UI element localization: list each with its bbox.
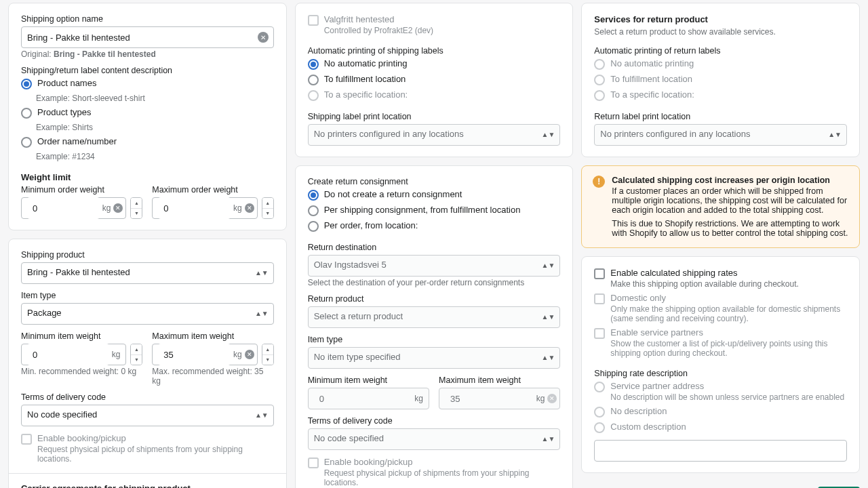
step-up-icon[interactable]: ▲ [131,198,142,209]
checkbox-icon [594,293,605,304]
return-opt-none[interactable]: Do not create a return consignment [308,189,561,201]
max-order-weight-label: Maximum order weight [152,185,273,195]
services-return-card: Services for return product Select a ret… [581,3,860,157]
shipping-option-name-label: Shipping option name [21,14,274,24]
return-enable-booking-checkbox: Enable booking/pickup Request physical p… [308,457,561,487]
return-print-location-select[interactable]: No printers configured in any locations [594,124,847,146]
radio-icon[interactable] [308,190,319,201]
radio-icon [594,382,605,392]
shipping-product-select[interactable]: Bring - Pakke til hentested [21,262,274,284]
radio-icon [594,407,605,418]
return-dest-label: Return destination [308,243,561,252]
rate-desc-opt-partner: Service partner address No description w… [594,381,847,402]
shipping-option-name-input[interactable] [21,26,274,48]
return-item-type-select[interactable]: No item type specified [308,347,561,369]
min-item-weight-label: Minimum item weight [21,331,142,341]
return-product-select[interactable]: Select a return product [308,306,561,328]
return-min-weight-label: Minimum item weight [308,375,429,385]
checkbox-icon[interactable] [594,268,605,279]
min-item-weight-input[interactable]: kg [21,344,126,365]
rate-desc-opt-custom: Custom description [594,422,847,433]
clear-icon[interactable]: ✕ [113,203,123,213]
max-order-weight-input[interactable]: kg ✕ [152,197,257,219]
stepper[interactable]: ▲▼ [130,344,142,365]
max-item-weight-label: Maximum item weight [152,331,273,341]
stepper[interactable]: ▲▼ [130,197,142,219]
checkbox-icon[interactable] [21,434,32,445]
radio-icon [594,90,605,101]
rate-desc-opt-none: No description [594,406,847,418]
return-min-weight-input[interactable]: kg [308,388,429,409]
content-opt-product-types[interactable]: Product types [21,107,274,119]
radio-icon [594,75,605,85]
custom-description-input[interactable] [594,440,847,462]
valgfritt-checkbox: Valgfritt hentested Controlled by Profra… [308,14,561,35]
shipping-product-label: Shipping product [21,250,274,260]
radio-icon [594,59,605,70]
mid-top-card: Valgfritt hentested Controlled by Profra… [295,3,574,157]
item-type-label: Item type [21,291,274,300]
auto-print-opt-specific: To a specific location: [308,89,561,101]
return-max-weight-input[interactable]: kg ✕ [439,388,560,409]
ship-print-location-label: Shipping label print location [308,112,561,121]
checkbox-icon [308,15,319,26]
shipping-product-card: Shipping product Bring - Pakke til hente… [8,239,287,488]
checkbox-icon [594,328,605,339]
calc-cost-alert: ! Calculated shipping cost increases per… [581,165,860,248]
stepper[interactable]: ▲▼ [262,197,274,219]
step-down-icon[interactable]: ▼ [262,209,273,219]
warning-icon: ! [593,176,605,188]
step-up-icon[interactable]: ▲ [262,198,273,209]
return-opt-per-order[interactable]: Per order, from location: [308,220,561,232]
max-item-weight-input[interactable]: kg ✕ [152,344,257,365]
rate-desc-label: Shipping rate description [594,369,847,378]
auto-print-opt-fulfillment[interactable]: To fulfillment location [308,74,561,85]
radio-icon[interactable] [308,75,319,85]
return-product-label: Return product [308,294,561,304]
return-max-weight-label: Maximum item weight [439,375,560,385]
radio-icon [308,90,319,101]
enable-calc-rates-checkbox[interactable]: Enable calculated shipping rates Make th… [594,268,847,289]
clear-icon[interactable]: ✕ [258,32,269,43]
radio-icon[interactable] [308,59,319,70]
item-type-select[interactable]: Package [21,303,274,325]
return-print-opt-fulfillment: To fulfillment location [594,74,847,85]
radio-icon[interactable] [21,79,32,89]
return-item-type-label: Item type [308,335,561,344]
return-print-opt-specific: To a specific location: [594,89,847,101]
create-return-label: Create return consignment [308,177,561,186]
terms-select[interactable]: No code specified [21,405,274,426]
weight-limit-title: Weight limit [21,172,274,182]
radio-icon [594,422,605,433]
return-consignment-card: Create return consignment Do not create … [295,165,574,488]
calc-rates-card: Enable calculated shipping rates Make th… [581,256,860,473]
auto-print-opt-none[interactable]: No automatic printing [308,58,561,70]
radio-icon[interactable] [21,137,32,148]
ship-print-location-select[interactable]: No printers configured in any locations [308,124,561,146]
domestic-only-checkbox: Domestic only Only make the shipping opt… [594,293,847,323]
clear-icon[interactable]: ✕ [245,203,254,213]
content-opt-order-number[interactable]: Order name/number [21,136,274,148]
auto-print-return-label: Automatic printing of return labels [594,46,847,56]
clear-icon[interactable]: ✕ [547,394,557,403]
content-desc-label: Shipping/return label content descriptio… [21,66,274,75]
radio-icon[interactable] [21,108,32,119]
shipping-option-card: Shipping option name ✕ Original: Bring -… [8,3,287,230]
return-opt-per-shipping[interactable]: Per shipping consignment, from fulfillme… [308,205,561,216]
return-terms-label: Terms of delivery code [308,416,561,426]
min-order-weight-input[interactable]: kg ✕ [21,197,126,219]
terms-label: Terms of delivery code [21,392,274,402]
original-name: Original: Bring - Pakke til hentested [21,49,274,59]
min-order-weight-label: Minimum order weight [21,185,142,195]
enable-booking-checkbox[interactable]: Enable booking/pickup Request physical p… [21,433,274,464]
return-dest-select[interactable]: Olav Ingstadsvei 5 [308,255,561,277]
radio-icon[interactable] [308,205,319,216]
return-print-opt-none: No automatic printing [594,58,847,70]
radio-icon[interactable] [308,221,319,232]
services-return-title: Services for return product [594,14,847,24]
step-down-icon[interactable]: ▼ [131,209,142,219]
stepper[interactable]: ▲▼ [262,344,274,365]
return-terms-select[interactable]: No code specified [308,428,561,450]
clear-icon[interactable]: ✕ [245,350,254,359]
content-opt-product-names[interactable]: Product names [21,78,274,89]
